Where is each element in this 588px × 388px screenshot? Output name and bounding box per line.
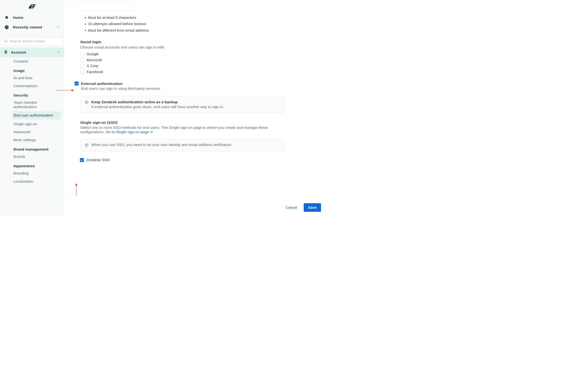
backup-info-box: Keep Zendesk authentication active as a … bbox=[80, 96, 284, 113]
sso-title: Single sign-on (SSO) bbox=[80, 121, 327, 125]
chevron-up-icon bbox=[57, 50, 60, 54]
sidebar-group-usage: Usage bbox=[0, 65, 64, 74]
checkbox-facebook[interactable] bbox=[80, 70, 84, 74]
sidebar-item-ai-and-bots[interactable]: AI and bots bbox=[0, 74, 64, 82]
cancel-button[interactable]: Cancel bbox=[284, 203, 299, 212]
password-rule: Must be at least 5 characters bbox=[88, 14, 327, 21]
checkbox-label: Facebook bbox=[87, 70, 103, 74]
checkbox-google[interactable] bbox=[80, 52, 84, 56]
sidebar-item-end-user-auth[interactable]: End user authentication bbox=[12, 112, 61, 120]
search-box[interactable] bbox=[1, 37, 63, 45]
sidebar-item-branding[interactable]: Branding bbox=[0, 170, 64, 177]
section-account[interactable]: Account bbox=[0, 48, 64, 57]
sidebar-item-more-settings[interactable]: More settings bbox=[0, 136, 64, 144]
zendesk-logo bbox=[0, 0, 64, 13]
external-auth-desc: End users can sign in using third-party … bbox=[81, 86, 161, 91]
svg-rect-5 bbox=[5, 52, 5, 52]
social-login-desc: Choose social accounts end users can sig… bbox=[80, 45, 327, 49]
nav-home[interactable]: Home bbox=[0, 13, 64, 23]
backup-title: Keep Zendesk authentication active as a … bbox=[91, 100, 224, 104]
main-panel: Must be at least 5 characters 10 attempt… bbox=[64, 0, 327, 216]
sidebar-group-security: Security bbox=[0, 90, 64, 99]
home-icon bbox=[4, 15, 9, 20]
sso-info-box: When you use SSO, you need to do your ow… bbox=[80, 139, 284, 151]
sso-desc: Select one or more SSO methods for end u… bbox=[80, 125, 284, 134]
svg-point-9 bbox=[86, 101, 87, 102]
sidebar: Home Recently viewed Account bbox=[0, 0, 64, 216]
svg-rect-4 bbox=[6, 51, 6, 51]
annotation-arrow bbox=[56, 90, 74, 90]
checkbox-label: Zendesk SSO bbox=[86, 158, 110, 162]
sidebar-item-brands[interactable]: Brands bbox=[0, 153, 64, 161]
search-container bbox=[0, 35, 64, 48]
divider bbox=[0, 33, 64, 33]
sidebar-item-conversations[interactable]: Conversations bbox=[0, 82, 64, 90]
sidebar-group-brand: Brand management bbox=[0, 144, 64, 153]
annotation-arrow bbox=[76, 184, 76, 196]
password-rules-list: Must be at least 5 characters 10 attempt… bbox=[80, 14, 327, 33]
save-button[interactable]: Save bbox=[304, 203, 321, 212]
sso-page-link[interactable]: Go to Single sign-on page bbox=[106, 130, 153, 134]
footer-actions: Cancel Save bbox=[64, 199, 327, 216]
link-text: Go to Single sign-on page bbox=[106, 130, 149, 134]
sso-info-text: When you use SSO, you need to do your ow… bbox=[91, 143, 232, 147]
backup-desc: If external authentication goes down, en… bbox=[91, 105, 224, 109]
svg-rect-6 bbox=[6, 52, 6, 52]
checkbox-label: Google bbox=[87, 52, 99, 56]
building-icon bbox=[4, 50, 8, 55]
nav-recently-viewed[interactable]: Recently viewed bbox=[0, 23, 64, 32]
search-input[interactable] bbox=[9, 39, 60, 44]
sidebar-item-advanced[interactable]: Advanced bbox=[0, 128, 64, 136]
svg-point-1 bbox=[5, 40, 7, 42]
password-rule: Must be different from email address bbox=[88, 27, 327, 33]
svg-point-12 bbox=[86, 144, 87, 145]
checkbox-label: Microsoft bbox=[87, 58, 102, 62]
section-label: Account bbox=[11, 50, 26, 54]
social-login-title: Social login bbox=[80, 40, 327, 44]
svg-rect-3 bbox=[5, 51, 5, 51]
checkbox-external-auth[interactable] bbox=[74, 82, 79, 86]
nav-label: Recently viewed bbox=[13, 25, 42, 29]
nav-label: Home bbox=[13, 15, 23, 20]
checkbox-label: X Corp bbox=[87, 64, 98, 68]
sidebar-item-localization[interactable]: Localization bbox=[0, 177, 64, 185]
svg-rect-2 bbox=[5, 50, 7, 53]
info-icon bbox=[85, 143, 89, 147]
password-level-select[interactable] bbox=[80, 3, 133, 11]
main-scroll[interactable]: Must be at least 5 characters 10 attempt… bbox=[64, 0, 327, 199]
sidebar-group-appearance: Appearance bbox=[0, 161, 64, 170]
checkbox-xcorp[interactable] bbox=[80, 64, 84, 68]
checkbox-zendesk-sso[interactable] bbox=[80, 158, 84, 162]
sidebar-item-team-member-auth[interactable]: Team member authentication bbox=[0, 98, 64, 111]
external-auth-title: External authentication bbox=[81, 82, 161, 86]
password-rule: 10 attempts allowed before lockout bbox=[88, 21, 327, 27]
sidebar-item-sso[interactable]: Single sign-on bbox=[0, 120, 64, 128]
checkbox-microsoft[interactable] bbox=[80, 58, 84, 62]
sidebar-item-contacts[interactable]: Contacts bbox=[0, 57, 64, 65]
search-icon bbox=[4, 39, 8, 43]
info-icon bbox=[85, 100, 89, 104]
clock-icon bbox=[4, 25, 9, 30]
chevron-down-icon bbox=[56, 25, 60, 29]
